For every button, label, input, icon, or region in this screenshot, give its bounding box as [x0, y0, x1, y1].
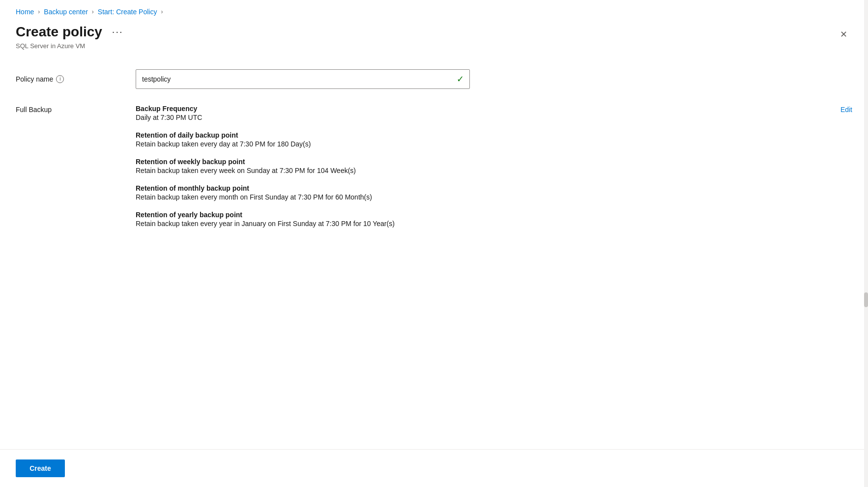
policy-name-input-wrapper: ✓ — [136, 69, 470, 89]
header-title-row: Create policy ··· — [16, 24, 127, 40]
breadcrumb-sep-1: › — [38, 8, 40, 15]
retention-yearly-item: Retention of yearly backup point Retain … — [136, 211, 840, 228]
retention-yearly-value: Retain backup taken every year in Januar… — [136, 220, 840, 228]
retention-weekly-title: Retention of weekly backup point — [136, 158, 840, 166]
main-content: Policy name i ✓ Full Backup Backup Frequ… — [0, 57, 868, 449]
policy-name-row: Policy name i ✓ — [16, 69, 852, 89]
scrollbar-track — [864, 0, 868, 487]
policy-name-label: Policy name i — [16, 75, 124, 83]
backup-details-inner: Backup Frequency Daily at 7:30 PM UTC Re… — [136, 105, 852, 228]
scrollbar-thumb[interactable] — [864, 292, 868, 307]
full-backup-label: Full Backup — [16, 105, 124, 114]
full-backup-section: Full Backup Backup Frequency Daily at 7:… — [16, 105, 852, 228]
page-title: Create policy — [16, 24, 102, 40]
policy-name-info-icon[interactable]: i — [56, 75, 64, 83]
create-button[interactable]: Create — [16, 459, 65, 477]
retention-weekly-value: Retain backup taken every week on Sunday… — [136, 167, 840, 174]
policy-name-input[interactable] — [136, 69, 470, 89]
retention-daily-item: Retention of daily backup point Retain b… — [136, 131, 840, 148]
breadcrumb: Home › Backup center › Start: Create Pol… — [0, 0, 868, 20]
retention-weekly-item: Retention of weekly backup point Retain … — [136, 158, 840, 174]
page-container: Home › Backup center › Start: Create Pol… — [0, 0, 868, 487]
retention-daily-title: Retention of daily backup point — [136, 131, 840, 139]
retention-daily-value: Retain backup taken every day at 7:30 PM… — [136, 140, 840, 148]
bottom-bar: Create — [0, 449, 868, 487]
retention-monthly-item: Retention of monthly backup point Retain… — [136, 184, 840, 201]
more-options-button[interactable]: ··· — [108, 24, 127, 39]
breadcrumb-backup-center[interactable]: Backup center — [44, 8, 88, 16]
close-button[interactable]: ✕ — [835, 26, 852, 43]
breadcrumb-sep-2: › — [92, 8, 94, 15]
backup-frequency-value: Daily at 7:30 PM UTC — [136, 114, 840, 121]
backup-details: Backup Frequency Daily at 7:30 PM UTC Re… — [136, 105, 852, 228]
edit-button[interactable]: Edit — [840, 105, 852, 114]
retention-monthly-value: Retain backup taken every month on First… — [136, 193, 840, 201]
breadcrumb-create-policy[interactable]: Start: Create Policy — [98, 8, 157, 16]
retention-monthly-title: Retention of monthly backup point — [136, 184, 840, 192]
header-left: Create policy ··· SQL Server in Azure VM — [16, 24, 127, 50]
backup-frequency-title: Backup Frequency — [136, 105, 840, 113]
breadcrumb-home[interactable]: Home — [16, 8, 34, 16]
retention-yearly-title: Retention of yearly backup point — [136, 211, 840, 219]
backup-info-block: Backup Frequency Daily at 7:30 PM UTC Re… — [136, 105, 840, 228]
breadcrumb-sep-3: › — [161, 8, 163, 15]
backup-frequency-item: Backup Frequency Daily at 7:30 PM UTC — [136, 105, 840, 121]
header: Create policy ··· SQL Server in Azure VM… — [0, 20, 868, 57]
page-subtitle: SQL Server in Azure VM — [16, 42, 127, 50]
